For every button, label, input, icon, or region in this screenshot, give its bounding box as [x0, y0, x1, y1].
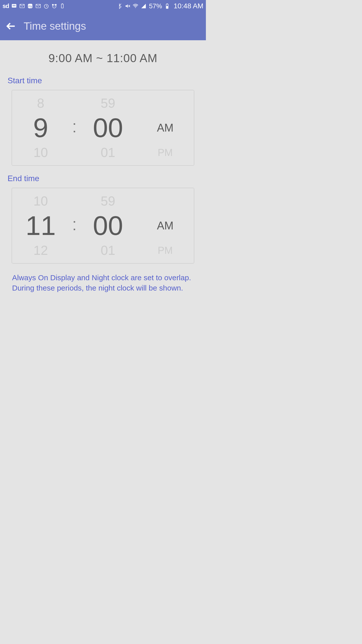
end-hour-value: 11 [26, 211, 56, 241]
end-ampm-wheel[interactable]: AM PM [137, 188, 194, 263]
svg-rect-1 [13, 5, 16, 6]
end-time-label: End time [0, 174, 206, 188]
status-bar: sd my 57% 10:48 AM [0, 0, 206, 12]
arrow-back-icon [6, 21, 16, 31]
end-hour-prev: 10 [33, 193, 48, 209]
svg-text:my: my [28, 5, 32, 8]
end-minute-wheel[interactable]: 59 00 01 [79, 188, 137, 263]
status-right-icons: 57% 10:48 AM [116, 2, 203, 10]
end-hour-next: 12 [33, 243, 48, 258]
start-hour-next: 10 [33, 145, 48, 160]
svg-rect-2 [13, 6, 16, 6]
app-icon: my [27, 3, 33, 9]
svg-rect-22 [166, 6, 168, 8]
svg-point-12 [55, 4, 57, 6]
chat-icon [11, 3, 17, 9]
end-min-value: 00 [93, 211, 123, 241]
time-range-summary: 9:00 AM ~ 11:00 AM [0, 40, 206, 76]
gmail-icon-2 [35, 3, 41, 9]
status-left-icons: sd my [3, 3, 65, 10]
start-hour-prev: 8 [37, 96, 44, 111]
start-minute-wheel[interactable]: 59 00 01 [79, 90, 137, 165]
svg-point-19 [135, 7, 136, 8]
start-hour-value: 9 [33, 113, 48, 143]
svg-point-13 [53, 6, 54, 6]
end-ampm-next: PM [158, 243, 173, 258]
start-hour-wheel[interactable]: 8 9 10 [12, 90, 69, 165]
svg-point-11 [52, 4, 54, 6]
start-ampm-next: PM [158, 145, 173, 160]
time-colon [69, 90, 79, 165]
status-clock: 10:48 AM [174, 2, 203, 10]
end-ampm-value: AM [157, 211, 173, 241]
battery-icon [164, 3, 170, 9]
battery-percent: 57% [149, 2, 162, 10]
start-ampm-value: AM [157, 113, 173, 143]
app-bar: Time settings [0, 12, 206, 40]
end-min-next: 01 [101, 243, 115, 258]
vibrate-mute-icon [124, 3, 130, 9]
overlap-note: Always On Display and Night clock are se… [0, 272, 206, 293]
start-ampm-wheel[interactable]: AM PM [137, 90, 194, 165]
start-time-picker: 8 9 10 59 00 01 AM PM [12, 90, 194, 166]
start-min-value: 00 [93, 113, 123, 143]
gmail-icon [19, 3, 25, 9]
panda-icon [51, 3, 57, 9]
wifi-icon [132, 3, 139, 9]
svg-point-14 [55, 6, 55, 6]
cell-signal-icon [141, 3, 147, 9]
svg-rect-16 [62, 4, 63, 4]
end-min-prev: 59 [101, 193, 115, 209]
end-hour-wheel[interactable]: 10 11 12 [12, 188, 69, 263]
battery-saver-icon [59, 3, 65, 9]
content: 9:00 AM ~ 11:00 AM Start time 8 9 10 59 … [0, 40, 206, 293]
start-min-prev: 59 [101, 96, 115, 111]
back-button[interactable] [5, 20, 17, 32]
page-title: Time settings [24, 20, 86, 32]
sd-card-indicator: sd [3, 3, 9, 10]
alarm-icon [43, 3, 49, 9]
start-time-label: Start time [0, 76, 206, 90]
svg-rect-15 [61, 4, 63, 8]
svg-rect-21 [167, 4, 168, 4]
time-colon [69, 188, 79, 263]
start-min-next: 01 [101, 145, 115, 160]
end-time-picker: 10 11 12 59 00 01 AM PM [12, 188, 194, 264]
bluetooth-icon [116, 3, 122, 9]
